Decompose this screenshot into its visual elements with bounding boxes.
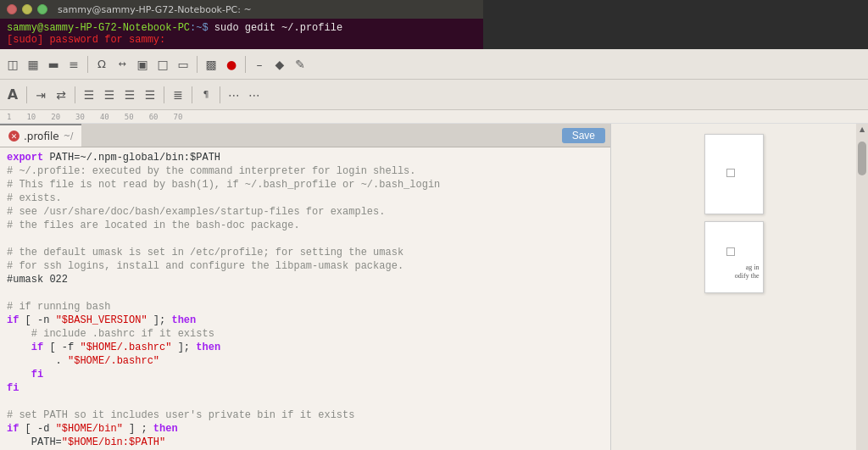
page-preview-checkbox [726,169,735,177]
page-preview-text1: ag in [746,264,760,271]
close-button[interactable] [7,4,17,14]
right-content: ag in odify the [611,124,856,450]
maximize-button[interactable] [37,4,47,14]
app-window: sammy@sammy-HP-G72-Notebook-PC: ~ sammy@… [0,0,868,450]
font-icon[interactable]: A [3,86,22,104]
para-icon[interactable]: ¶ [197,86,215,104]
editor-section: ✕ .profile ~/ Save export PATH=~/.npm-gl… [0,124,610,450]
code-line-3: # This file is not read by bash(1), if ~… [7,178,604,192]
save-button[interactable]: Save [562,128,605,143]
page-preview-2: ag in odify the [704,221,764,293]
code-line-13: if [ -f "$HOME/.bashrc" ]; then [7,341,604,354]
code-line-2: # ~/.profile: executed by the command in… [7,164,604,178]
code-line-12: # include .bashrc if it exists [7,327,604,341]
indent-icon2[interactable]: ⇄ [52,86,70,104]
terminal-bar: sammy@sammy-HP-G72-Notebook-PC:~$ sudo g… [0,19,483,49]
right-panel: ag in odify the ▲ ▼ [610,124,868,450]
page-preview-1 [704,134,764,214]
scrollbar-up-arrow[interactable]: ▲ [860,125,865,133]
code-line-17: # set PATH so it includes user's private… [7,408,604,422]
toolbar-sep8 [220,86,220,103]
tab-save-area: Save [562,124,610,147]
code-line-16: fi [7,381,604,395]
code-line-blank3 [7,395,604,408]
record-icon[interactable]: ● [222,55,241,74]
code-line-8: # for ssh logins, install and configure … [7,259,604,273]
code-line-4: # exists. [7,192,604,205]
tab-label: .profile [24,131,59,142]
terminal-user: sammy@sammy-HP-G72-Notebook-PC [7,22,190,34]
ruler-row: 110203040506070 [0,110,868,124]
pen-icon[interactable]: ✎ [291,55,309,74]
title-bar: sammy@sammy-HP-G72-Notebook-PC: ~ [0,0,483,19]
minimize-button[interactable] [22,4,32,14]
toolbar-sep2 [197,56,198,73]
gedit-toolbar2: A ⇥ ⇄ ☰ ☰ ☰ ☰ ≣ ¶ ⋯ ⋯ [0,80,868,110]
toolbar-sep5 [75,86,75,103]
bookmark-icon[interactable]: ▭ [174,55,192,74]
code-line-blank2 [7,286,604,300]
code-line-10: # if running bash [7,300,604,314]
bracket-icon[interactable]: □ [153,55,172,74]
gedit-toolbar: ◫ ▦ ▬ ≡ Ω ↔ ▣ □ ▭ ▩ ● – ◆ ✎ [0,49,868,80]
diamond-icon[interactable]: ◆ [270,55,289,74]
tab-profile[interactable]: ✕ .profile ~/ [0,124,81,147]
toolbar-sep7 [192,86,192,103]
code-line-7: # the default umask is set in /etc/profi… [7,246,604,259]
page-preview-checkbox2 [726,247,735,256]
tab-bar: ✕ .profile ~/ Save [0,124,610,147]
page-preview-text2: odify the [735,272,760,280]
minus-icon[interactable]: – [250,55,269,74]
link-icon[interactable]: ↔ [113,55,131,74]
code-line-18: if [ -d "$HOME/bin" ] ; then [7,422,604,436]
window-title: sammy@sammy-HP-G72-Notebook-PC: ~ [58,4,252,15]
tab-close-icon[interactable]: ✕ [8,131,19,142]
code-editor[interactable]: export PATH=~/.npm-global/bin:$PATH # ~/… [0,147,610,450]
chart-bar-icon[interactable]: ◫ [3,55,22,74]
terminal-command: sudo gedit ~/.profile [209,22,342,34]
terminal-sudo-prompt: [sudo] password for sammy: [7,34,165,46]
columns-icon[interactable]: ≣ [169,86,187,104]
omega-icon[interactable]: Ω [92,55,111,74]
code-line-6: # the files are located in the bash-doc … [7,219,604,232]
toolbar-sep3 [245,56,246,73]
align-left-icon[interactable]: ☰ [80,86,98,104]
terminal-line-1: sammy@sammy-HP-G72-Notebook-PC:~$ sudo g… [7,22,476,34]
scrollbar-vertical[interactable]: ▲ ▼ [856,124,868,450]
tab-path: ~/ [64,131,74,141]
toolbar-sep4 [26,86,27,103]
indent-icon[interactable]: ⇥ [31,86,50,104]
toolbar-sep6 [164,86,164,103]
content-area: ✕ .profile ~/ Save export PATH=~/.npm-gl… [0,124,868,450]
grid-icon[interactable]: ▦ [24,55,42,74]
align-right-icon[interactable]: ☰ [120,86,139,104]
toolbar-sep1 [87,56,88,73]
align-icon[interactable]: ▬ [44,55,63,74]
more-icon[interactable]: ⋯ [225,86,243,104]
code-line-9: #umask 022 [7,273,604,286]
more-icon2[interactable]: ⋯ [245,86,264,104]
code-line-1: export PATH=~/.npm-global/bin:$PATH [7,151,604,164]
code-line-11: if [ -n "$BASH_VERSION" ]; then [7,314,604,327]
code-line-19: PATH="$HOME/bin:$PATH" [7,436,604,449]
code-line-14: . "$HOME/.bashrc" [7,354,604,368]
scrollbar-thumb[interactable] [858,142,866,175]
text-align-icon[interactable]: ≡ [64,55,83,74]
ruler-scale: 110203040506070 [7,113,182,121]
image-icon[interactable]: ▩ [202,55,220,74]
table-icon[interactable]: ▣ [133,55,152,74]
code-line-blank1 [7,232,604,246]
align-center-icon[interactable]: ☰ [100,86,119,104]
terminal-line-2: [sudo] password for sammy: [7,34,476,46]
code-line-15: fi [7,368,604,381]
code-line-5: # see /usr/share/doc/bash/examples/start… [7,205,604,219]
terminal-path: :~$ [190,22,209,34]
align-justify-icon[interactable]: ☰ [141,86,159,104]
